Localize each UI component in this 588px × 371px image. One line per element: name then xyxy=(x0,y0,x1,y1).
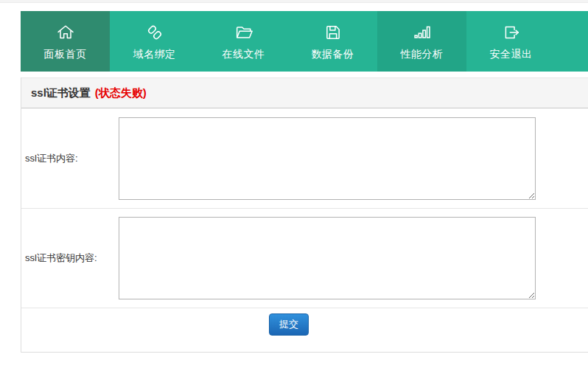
submit-button-wrapper: 提交 xyxy=(21,308,556,336)
top-edge-divider xyxy=(0,0,588,3)
cert-content-label: ssl证书内容: xyxy=(21,152,119,165)
logout-icon xyxy=(501,22,522,43)
save-icon xyxy=(323,22,343,43)
cert-key-textarea[interactable] xyxy=(119,217,536,299)
folder-icon xyxy=(234,22,254,43)
chart-icon xyxy=(412,22,433,43)
top-navbar: 面板首页 域名绑定 在线文件 数据备份 xyxy=(21,11,588,72)
form-row-cert-key: ssl证书密钥内容: xyxy=(21,209,588,308)
nav-item-logout[interactable]: 安全退出 xyxy=(466,11,556,72)
form-row-cert-content: ssl证书内容: xyxy=(21,108,588,209)
submit-row: 提交 xyxy=(21,308,588,353)
home-icon xyxy=(55,22,76,43)
link-icon xyxy=(144,22,165,43)
ssl-settings-panel: ssl证书设置 (状态失败) ssl证书内容: ssl证书密钥内容: 提交 xyxy=(21,77,588,353)
nav-item-online-files[interactable]: 在线文件 xyxy=(199,11,288,72)
nav-item-label: 在线文件 xyxy=(223,48,265,61)
page-title: ssl证书设置 xyxy=(31,86,91,100)
nav-item-label: 数据备份 xyxy=(312,48,354,61)
status-badge: (状态失败) xyxy=(95,86,147,100)
nav-item-label: 面板首页 xyxy=(44,48,87,61)
submit-button[interactable]: 提交 xyxy=(269,313,309,336)
nav-item-performance[interactable]: 性能分析 xyxy=(377,11,466,72)
cert-key-label: ssl证书密钥内容: xyxy=(21,252,119,265)
nav-item-label: 域名绑定 xyxy=(133,48,176,61)
cert-content-textarea[interactable] xyxy=(119,117,536,200)
nav-item-panel-home[interactable]: 面板首页 xyxy=(21,11,110,72)
nav-item-label: 性能分析 xyxy=(401,48,444,61)
nav-item-domain-binding[interactable]: 域名绑定 xyxy=(110,11,199,72)
nav-item-data-backup[interactable]: 数据备份 xyxy=(288,11,377,72)
panel-header: ssl证书设置 (状态失败) xyxy=(21,77,588,108)
nav-item-label: 安全退出 xyxy=(490,48,533,61)
